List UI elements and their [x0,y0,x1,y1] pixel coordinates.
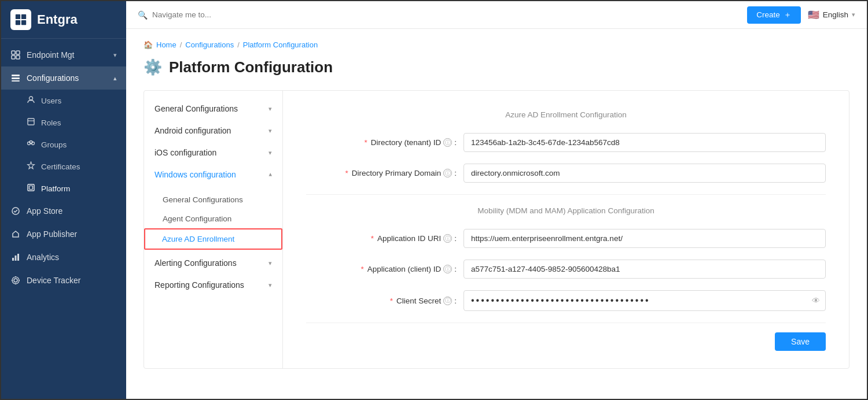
required-star1: * [364,138,367,147]
svg-rect-8 [12,75,20,76]
svg-point-11 [30,97,33,100]
configurations-label: Configurations [27,73,79,83]
config-nav-general-label: General Configurations [155,104,238,113]
app-id-uri-input[interactable] [464,229,826,248]
roles-icon [27,117,35,128]
roles-label: Roles [41,118,61,127]
breadcrumb-current: Platform Configuration [243,40,318,49]
directory-id-label: * Directory (tenant) ID ⓘ : [306,138,457,147]
svg-rect-9 [12,77,20,79]
svg-point-23 [14,279,17,282]
create-button[interactable]: Create ＋ [747,6,801,24]
directory-domain-label-text: Directory Primary Domain [352,169,442,177]
sidebar-item-groups[interactable]: Groups [1,134,126,155]
directory-id-info-icon[interactable]: ⓘ [443,138,452,147]
sidebar-item-roles[interactable]: Roles [1,112,126,134]
config-nav-reporting[interactable]: Reporting Configurations ▾ [144,274,282,296]
config-nav-android[interactable]: Android configuration ▾ [144,120,282,142]
sidebar-item-platform[interactable]: Platform [1,177,126,199]
required-star5: * [390,297,393,305]
config-nav: General Configurations ▾ Android configu… [144,91,283,368]
sidebar: Entgra Endpoint Mgt ▾ [1,1,126,399]
app-client-id-label-text: Application (client) ID [367,265,442,273]
endpoint-mgt-icon [10,50,21,60]
colon2: : [454,169,457,177]
svg-rect-22 [17,254,19,261]
app-client-id-info-icon[interactable]: ⓘ [443,265,452,273]
certificates-label: Certificates [41,162,80,171]
config-nav-alerting[interactable]: Alerting Configurations ▾ [144,252,282,274]
breadcrumb-configurations[interactable]: Configurations [185,40,234,49]
app-id-uri-row: * Application ID URI ⓘ : [306,229,826,248]
configurations-chevron: ▴ [113,75,117,82]
language-selector[interactable]: 🇺🇸 English ▾ [808,9,855,20]
directory-id-label-text: Directory (tenant) ID [371,138,442,147]
svg-rect-7 [16,55,20,59]
device-tracker-icon [10,275,21,286]
reporting-chevron-icon: ▾ [269,282,272,289]
svg-rect-2 [16,20,20,25]
app-client-id-input[interactable] [464,260,826,279]
colon5: : [454,297,457,305]
sidebar-item-device-tracker[interactable]: Device Tracker [1,269,126,292]
main-content: 🔍 Create ＋ 🇺🇸 English ▾ 🏠 Home / Configu… [126,1,867,399]
client-secret-row: * Client Secret ⓘ : 👁 [306,290,826,311]
config-nav-sub-azure[interactable]: Azure AD Enrollment [144,228,282,250]
app-id-uri-info-icon[interactable]: ⓘ [443,234,452,243]
windows-chevron-icon: ▾ [269,171,272,179]
config-nav-windows-sub: General Configurations Agent Configurati… [144,186,282,252]
platform-icon [27,183,35,194]
platform-label: Platform [41,184,70,193]
config-nav-ios[interactable]: iOS configuration ▾ [144,142,282,164]
android-chevron-icon: ▾ [269,127,272,135]
required-star4: * [361,265,363,273]
config-nav-alerting-label: Alerting Configurations [155,258,237,268]
config-nav-sub-general[interactable]: General Configurations [144,190,282,209]
sidebar-item-configurations[interactable]: Configurations ▴ [1,66,126,90]
sub-agent-label: Agent Configuration [163,214,231,223]
client-secret-wrap: 👁 [464,290,826,311]
config-nav-windows[interactable]: Windows configuration ▾ [144,164,282,186]
breadcrumb-home[interactable]: Home [156,40,176,49]
sidebar-item-users[interactable]: Users [1,90,126,112]
app-id-uri-wrap [464,229,826,248]
alerting-chevron-icon: ▾ [269,260,272,267]
svg-rect-21 [15,255,17,261]
sidebar-item-analytics[interactable]: Analytics [1,246,126,269]
sidebar-item-app-store[interactable]: App Store [1,199,126,223]
save-button[interactable]: Save [775,332,826,351]
directory-domain-row: * Directory Primary Domain ⓘ : [306,164,826,183]
client-secret-info-icon[interactable]: ⓘ [443,297,452,305]
svg-rect-10 [12,80,20,82]
directory-domain-label: * Directory Primary Domain ⓘ : [306,169,457,177]
page-title: ⚙️ Platform Configuration [144,58,849,76]
app-client-id-wrap [464,260,826,279]
sidebar-nav: Endpoint Mgt ▾ Configurations ▴ Use [1,39,126,399]
app-client-id-row: * Application (client) ID ⓘ : [306,260,826,279]
eye-icon[interactable]: 👁 [812,296,820,305]
sidebar-item-certificates[interactable]: Certificates [1,155,126,177]
analytics-label: Analytics [27,253,59,262]
svg-rect-18 [30,186,33,190]
app-store-label: App Store [27,206,62,216]
search-input[interactable] [152,10,326,19]
svg-rect-5 [16,51,20,54]
azure-section-title: Azure AD Enrollment Configuration [306,110,826,119]
directory-domain-info-icon[interactable]: ⓘ [443,169,452,177]
client-secret-input[interactable] [464,290,826,311]
sidebar-item-endpoint-mgt[interactable]: Endpoint Mgt ▾ [1,43,126,66]
topbar-right: Create ＋ 🇺🇸 English ▾ [747,6,855,24]
config-nav-sub-agent[interactable]: Agent Configuration [144,209,282,228]
breadcrumb: 🏠 Home / Configurations / Platform Confi… [144,40,849,49]
directory-domain-input[interactable] [464,164,826,183]
groups-label: Groups [41,140,67,149]
directory-id-wrap [464,133,826,152]
endpoint-mgt-label: Endpoint Mgt [27,50,75,60]
config-nav-general[interactable]: General Configurations ▾ [144,98,282,120]
required-star3: * [371,234,374,243]
sidebar-item-app-publisher[interactable]: App Publisher [1,223,126,246]
colon3: : [454,234,457,243]
svg-rect-6 [12,55,15,59]
directory-id-input[interactable] [464,133,826,152]
page-content: 🏠 Home / Configurations / Platform Confi… [126,29,867,399]
